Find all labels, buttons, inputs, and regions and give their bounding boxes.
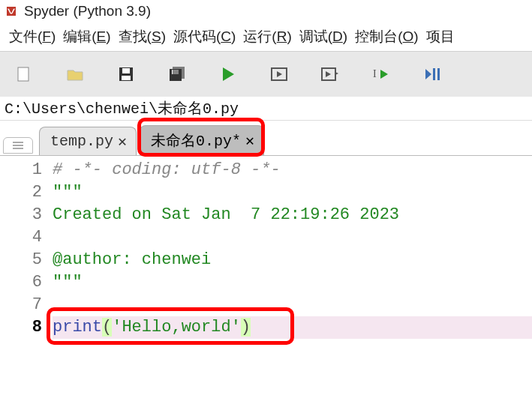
- svg-text:I: I: [373, 68, 377, 79]
- open-file-button[interactable]: [66, 65, 84, 83]
- run-button[interactable]: [219, 65, 237, 83]
- code-line: @author: chenwei: [53, 249, 532, 271]
- code-line: # -*- coding: utf-8 -*-: [53, 159, 532, 181]
- run-selection-button[interactable]: I: [372, 65, 390, 83]
- svg-rect-3: [122, 76, 131, 80]
- svg-rect-11: [437, 68, 440, 80]
- line-gutter: 1 2 3 4 5 6 7 8: [0, 159, 53, 339]
- menu-source[interactable]: 源代码(C): [170, 25, 239, 48]
- line-number: 4: [0, 226, 42, 249]
- tab-list-button[interactable]: [3, 137, 33, 154]
- file-path: C:\Users\chenwei\未命名0.py: [0, 97, 532, 121]
- debug-button[interactable]: [423, 65, 441, 83]
- menu-run[interactable]: 运行(R): [240, 25, 294, 48]
- svg-rect-14: [13, 148, 23, 149]
- tab-label: 未命名0.py*: [151, 130, 241, 151]
- menu-consoles[interactable]: 控制台(O): [352, 25, 421, 48]
- save-button[interactable]: [117, 65, 135, 83]
- code-area[interactable]: # -*- coding: utf-8 -*- """ Created on S…: [53, 159, 532, 339]
- svg-rect-13: [13, 145, 23, 146]
- toolbar: I: [0, 52, 532, 97]
- menu-projects[interactable]: 项目: [423, 25, 458, 48]
- run-cell-button[interactable]: [270, 65, 288, 83]
- code-line-current: print('Hello,world'): [53, 316, 532, 339]
- title-bar: Spyder (Python 3.9): [0, 0, 532, 22]
- svg-rect-10: [433, 68, 435, 80]
- menu-search[interactable]: 查找(S): [116, 25, 169, 48]
- line-number: 2: [0, 181, 42, 204]
- line-number: 1: [0, 159, 42, 181]
- code-editor[interactable]: 1 2 3 4 5 6 7 8 # -*- coding: utf-8 -*- …: [0, 156, 532, 339]
- svg-rect-12: [13, 142, 23, 143]
- tab-label: temp.py: [50, 133, 113, 150]
- svg-rect-0: [18, 67, 29, 81]
- svg-rect-6: [173, 67, 185, 79]
- close-icon[interactable]: ✕: [245, 131, 254, 150]
- svg-rect-2: [122, 68, 130, 73]
- menu-bar: 文件(F) 编辑(E) 查找(S) 源代码(C) 运行(R) 调试(D) 控制台…: [0, 22, 532, 52]
- line-number: 6: [0, 271, 42, 294]
- line-number: 3: [0, 204, 42, 226]
- editor-tabstrip: temp.py ✕ 未命名0.py* ✕: [0, 121, 532, 156]
- line-number: 7: [0, 294, 42, 316]
- menu-debug[interactable]: 调试(D): [296, 25, 350, 48]
- line-number: 5: [0, 249, 42, 271]
- run-cell-advance-button[interactable]: [321, 65, 339, 83]
- close-icon[interactable]: ✕: [118, 132, 127, 151]
- code-line: """: [53, 271, 532, 294]
- code-line: [53, 294, 532, 316]
- save-all-button[interactable]: [168, 65, 186, 83]
- code-line: Created on Sat Jan 7 22:19:26 2023: [53, 204, 532, 226]
- code-line: [53, 226, 532, 249]
- tab-temp-py[interactable]: temp.py ✕: [39, 127, 137, 155]
- menu-edit[interactable]: 编辑(E): [60, 25, 113, 48]
- tab-unnamed0-py[interactable]: 未命名0.py* ✕: [140, 125, 264, 155]
- window-title: Spyder (Python 3.9): [24, 3, 151, 19]
- menu-file[interactable]: 文件(F): [6, 25, 59, 48]
- code-line: """: [53, 181, 532, 204]
- new-file-button[interactable]: [15, 65, 33, 83]
- spyder-logo-icon: [5, 4, 18, 18]
- line-number-current: 8: [0, 316, 42, 339]
